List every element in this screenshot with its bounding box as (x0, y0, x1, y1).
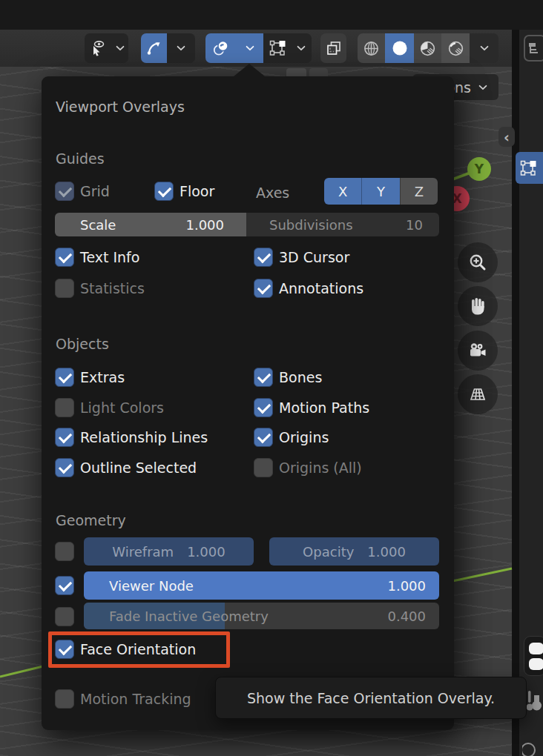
motion-paths-checkbox-row[interactable]: Motion Paths (254, 396, 369, 420)
face-orientation-checkbox-row[interactable]: Face Orientation (55, 637, 196, 661)
wireframe-label: Wirefram (112, 544, 174, 560)
subdivisions-label: Subdivisions (269, 217, 353, 233)
pill-icon (529, 643, 543, 654)
magnifier-plus-icon (467, 251, 489, 273)
gizmo-visibility-dropdown[interactable] (111, 33, 128, 63)
select-box-button[interactable] (263, 33, 291, 63)
chevron-down-icon (477, 82, 489, 93)
tooltip-text: Show the Face Orientation Overlay. (247, 690, 495, 706)
checkbox-label: 3D Cursor (279, 249, 349, 265)
checkbox[interactable] (55, 542, 74, 561)
checkbox[interactable] (254, 458, 273, 477)
shading-material-button[interactable] (414, 33, 441, 63)
relationship-lines-checkbox-row[interactable]: Relationship Lines (55, 425, 208, 449)
checkbox[interactable] (55, 248, 74, 267)
section-guides: Guides (56, 150, 105, 167)
scale-slider[interactable]: Scale 1.000 (55, 213, 246, 236)
zoom-button[interactable] (458, 242, 498, 282)
annotations-checkbox-row[interactable]: Annotations (254, 276, 363, 300)
grid-checkbox-row[interactable]: Grid (55, 179, 110, 203)
light-colors-checkbox-row[interactable]: Light Colors (55, 396, 164, 420)
gizmo-visibility-group (85, 33, 128, 63)
top-bar (0, 0, 543, 30)
3d-cursor-checkbox-row[interactable]: 3D Cursor (254, 245, 349, 269)
wireframe-slider[interactable]: Wirefram 1.000 (84, 537, 254, 566)
overlays-circles-icon (211, 39, 231, 58)
axis-gizmo-y-ball[interactable]: Y (467, 157, 491, 181)
axis-z-toggle[interactable]: Z (400, 178, 438, 205)
wireframe-value: 1.000 (187, 544, 226, 560)
camera-view-button[interactable] (458, 331, 498, 371)
text-info-checkbox-row[interactable]: Text Info (55, 245, 139, 269)
checkbox[interactable] (55, 607, 74, 626)
origins-all-checkbox-row[interactable]: Origins (All) (254, 456, 362, 480)
opacity-slider[interactable]: Opacity 1.000 (269, 537, 439, 566)
axis-y-toggle[interactable]: Y (361, 178, 399, 205)
statistics-checkbox-row[interactable]: Statistics (55, 276, 145, 300)
axes-label: Axes (256, 185, 289, 201)
fade-inactive-checkbox[interactable] (55, 605, 74, 629)
outline-selected-checkbox-row[interactable]: Outline Selected (55, 456, 197, 480)
perspective-grid-button[interactable] (458, 374, 498, 414)
pan-button[interactable] (458, 286, 498, 326)
sidebar-tab-tool[interactable] (516, 152, 543, 184)
asset-shelf-toggle[interactable] (524, 636, 543, 676)
checkbox[interactable] (55, 182, 74, 201)
checkbox[interactable] (55, 368, 74, 387)
material-preview-icon (418, 39, 437, 58)
checkbox[interactable] (254, 368, 273, 387)
bones-checkbox-row[interactable]: Bones (254, 365, 322, 389)
section-geometry: Geometry (56, 512, 126, 528)
cursor-eye-icon-button[interactable] (85, 33, 111, 63)
chevron-down-icon (295, 42, 307, 54)
checkbox[interactable] (154, 182, 174, 201)
select-box-icon (269, 39, 286, 57)
show-overlays-toggle[interactable] (205, 33, 236, 63)
checkbox[interactable] (254, 428, 273, 447)
checkbox[interactable] (254, 279, 273, 298)
blender-3d-viewport: ons ‹ X Y (0, 0, 543, 756)
checkbox[interactable] (55, 576, 74, 595)
movie-camera-icon (467, 339, 489, 362)
checkbox[interactable] (55, 640, 74, 659)
subdivisions-slider[interactable]: Subdivisions 10 (246, 213, 439, 236)
shading-dropdown[interactable] (470, 33, 498, 63)
select-box-dropdown[interactable] (291, 33, 312, 63)
viewer-node-slider[interactable]: Viewer Node 1.000 (84, 571, 439, 600)
show-gizmo-dropdown[interactable] (167, 33, 195, 63)
floor-checkbox-row[interactable]: Floor (154, 179, 214, 203)
sidebar-collapse-arrow[interactable]: ‹ (498, 127, 515, 147)
editor-type-button[interactable] (524, 35, 543, 62)
opacity-value: 1.000 (367, 544, 406, 560)
viewer-node-checkbox[interactable] (55, 574, 74, 597)
overlays-dropdown-open[interactable] (236, 33, 263, 63)
checkbox[interactable] (55, 279, 74, 298)
fade-inactive-label: Fade Inactive Geometry (109, 609, 269, 624)
section-objects: Objects (56, 336, 109, 352)
origins-checkbox-row[interactable]: Origins (254, 425, 329, 449)
shading-wireframe-button[interactable] (358, 33, 385, 63)
axis-x-toggle[interactable]: X (324, 178, 361, 205)
checkbox[interactable] (55, 689, 74, 709)
shading-rendered-button[interactable] (441, 33, 470, 63)
checkbox[interactable] (55, 458, 74, 477)
checkbox[interactable] (55, 428, 74, 447)
wireframe-checkbox[interactable] (55, 540, 74, 563)
xray-icon (325, 39, 343, 57)
show-gizmo-toggle[interactable] (141, 33, 167, 63)
xray-toggle[interactable] (320, 33, 346, 63)
extras-checkbox-row[interactable]: Extras (55, 365, 125, 389)
chevron-left-icon: ‹ (504, 129, 510, 145)
axes-toggle-group: X Y Z (324, 178, 438, 205)
subdivisions-value: 10 (406, 217, 423, 233)
panel-notch (234, 64, 265, 76)
checkbox[interactable] (254, 398, 273, 417)
rendered-icon (447, 39, 465, 58)
fade-inactive-slider[interactable]: Fade Inactive Geometry 0.400 (84, 603, 439, 629)
checkbox[interactable] (254, 248, 273, 267)
motion-tracking-checkbox-row[interactable]: Motion Tracking (55, 687, 191, 711)
checkbox[interactable] (55, 398, 74, 417)
shading-solid-button[interactable] (385, 33, 414, 63)
checkbox-label: Motion Tracking (80, 691, 191, 707)
checkbox-label: Statistics (80, 280, 145, 296)
